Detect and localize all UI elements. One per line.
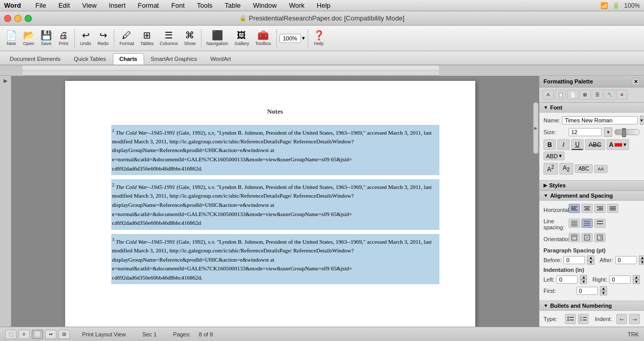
alignment-section-header[interactable]: ▼ Alignment and Spacing: [539, 190, 644, 201]
italic-button[interactable]: I: [557, 139, 570, 150]
tab-charts[interactable]: Charts: [113, 53, 144, 65]
superscript-button[interactable]: A2: [544, 163, 558, 175]
new-button[interactable]: 📄 New: [3, 29, 19, 48]
before-step-up[interactable]: ▲: [587, 255, 594, 260]
palette-tb-btn-1[interactable]: A: [542, 90, 554, 100]
palette-close-btn[interactable]: ✕: [632, 78, 640, 85]
menu-tools[interactable]: Tools: [195, 1, 214, 10]
menu-help[interactable]: Help: [315, 1, 333, 10]
navigation-button[interactable]: ⬛ Navigation: [204, 29, 231, 48]
align-right-button[interactable]: [594, 204, 606, 213]
align-center-button[interactable]: [581, 204, 593, 213]
strikethrough-button[interactable]: ABC: [585, 139, 605, 150]
menu-file[interactable]: File: [33, 1, 48, 10]
menu-font[interactable]: Font: [169, 1, 187, 10]
left-step-up[interactable]: ▲: [580, 275, 587, 280]
save-button[interactable]: 💾 Save: [38, 29, 54, 48]
before-input[interactable]: [564, 256, 585, 264]
font-color-button[interactable]: A ▾: [607, 139, 630, 150]
font-section-header[interactable]: ▼ Font: [539, 102, 644, 113]
left-panel-icon[interactable]: ▶: [4, 78, 8, 83]
view-btn-2[interactable]: ≡: [18, 330, 30, 339]
zoom-value[interactable]: 100%: [279, 34, 301, 43]
palette-tb-btn-7[interactable]: ≡: [616, 90, 628, 100]
after-step-down[interactable]: ▼: [639, 260, 644, 265]
align-left-button[interactable]: [569, 204, 580, 213]
line-spacing-2-button[interactable]: [594, 219, 606, 228]
first-input[interactable]: [576, 287, 598, 295]
orient-right-button[interactable]: [594, 233, 606, 242]
indent-increase-btn[interactable]: →: [629, 314, 640, 324]
ruler-right: [541, 66, 644, 76]
bold-button[interactable]: B: [544, 139, 556, 150]
tab-wordart[interactable]: WordArt: [204, 53, 237, 65]
close-button[interactable]: [4, 15, 11, 22]
font-name-input[interactable]: [562, 116, 638, 124]
minimize-button[interactable]: [14, 15, 22, 22]
right-step-down[interactable]: ▼: [633, 280, 640, 284]
font-size-dropdown[interactable]: ▾: [604, 127, 612, 137]
palette-tb-btn-6[interactable]: 🔧: [604, 90, 615, 100]
zoom-dropdown-icon: ▾: [302, 35, 305, 41]
underline-button[interactable]: U: [571, 139, 583, 150]
left-input[interactable]: [556, 275, 578, 284]
menu-insert[interactable]: Insert: [107, 1, 128, 10]
bullets-type-btn-2[interactable]: 1.2.: [578, 314, 589, 324]
after-input[interactable]: [615, 256, 637, 264]
all-caps-button[interactable]: AA: [594, 165, 608, 173]
zoom-control[interactable]: 100% ▾: [279, 34, 305, 43]
styles-section-header[interactable]: ▶ Styles: [539, 180, 644, 190]
document-area[interactable]: Notes 1 The Cold War--1945-1991 (Gale, 1…: [11, 76, 539, 327]
font-name-dropdown[interactable]: ▾: [640, 116, 643, 125]
tables-button[interactable]: ⊞ Tables: [138, 29, 156, 48]
orient-left-button[interactable]: [569, 233, 580, 242]
view-btn-5[interactable]: ⊞: [58, 330, 70, 339]
subscript-button[interactable]: A2: [559, 163, 574, 174]
line-spacing-1-button[interactable]: [569, 219, 580, 228]
print-button[interactable]: 🖨 Print: [55, 29, 72, 48]
redo-button[interactable]: ↪ Redo: [95, 29, 111, 48]
menu-edit[interactable]: Edit: [56, 1, 72, 10]
font-size-slider[interactable]: [614, 129, 640, 135]
palette-tb-btn-2[interactable]: 📋: [555, 90, 566, 100]
font-size-input[interactable]: [569, 128, 602, 136]
highlight-color-button[interactable]: ABD ▾: [544, 152, 565, 160]
menu-format[interactable]: Format: [136, 1, 161, 10]
maximize-button[interactable]: [25, 15, 32, 22]
orient-down-button[interactable]: [581, 233, 593, 242]
palette-tb-btn-3[interactable]: 📄: [567, 90, 578, 100]
menu-window[interactable]: Window: [251, 1, 278, 10]
after-step-up[interactable]: ▲: [639, 255, 644, 260]
menu-table[interactable]: Table: [223, 1, 243, 10]
show-button[interactable]: ⌘ Show: [182, 29, 198, 48]
undo-button[interactable]: ↩ Undo: [77, 29, 94, 48]
left-step-down[interactable]: ▼: [580, 280, 587, 284]
right-step-up[interactable]: ▲: [633, 275, 640, 280]
gallery-button[interactable]: 🖼 Gallery: [232, 29, 252, 48]
view-btn-4[interactable]: ▪▪: [45, 330, 56, 339]
view-btn-3[interactable]: ⬜: [32, 330, 43, 339]
line-spacing-15-button[interactable]: [581, 219, 593, 228]
menu-work[interactable]: Work: [287, 1, 307, 10]
bullets-type-btn-1[interactable]: [565, 314, 576, 324]
small-caps-button[interactable]: ABC: [575, 164, 593, 173]
tab-document-elements[interactable]: Document Elements: [3, 53, 67, 65]
tab-smartart[interactable]: SmartArt Graphics: [144, 53, 204, 65]
before-step-down[interactable]: ▼: [587, 260, 594, 265]
right-input[interactable]: [609, 275, 631, 284]
palette-tb-btn-4[interactable]: ⊞: [579, 90, 591, 100]
palette-tb-btn-5[interactable]: ☰: [592, 90, 603, 100]
format-button[interactable]: 🖊 Format: [117, 29, 137, 48]
align-justify-button[interactable]: [607, 204, 618, 213]
columns-button[interactable]: ☰ Columns: [157, 29, 181, 48]
help-button[interactable]: ❓ Help: [311, 29, 327, 48]
tab-quick-tables[interactable]: Quick Tables: [67, 53, 113, 65]
menu-view[interactable]: View: [80, 1, 98, 10]
indent-decrease-btn[interactable]: ←: [616, 314, 627, 324]
view-btn-1[interactable]: ⬚: [5, 330, 16, 339]
first-step-down[interactable]: ▼: [600, 291, 607, 295]
open-button[interactable]: 📂 Open: [21, 29, 37, 48]
first-step-up[interactable]: ▲: [600, 286, 607, 291]
bullets-section-header[interactable]: ▼ Bullets and Numbering: [539, 301, 644, 311]
toolbox-button[interactable]: 🧰 Toolbox: [253, 29, 274, 48]
